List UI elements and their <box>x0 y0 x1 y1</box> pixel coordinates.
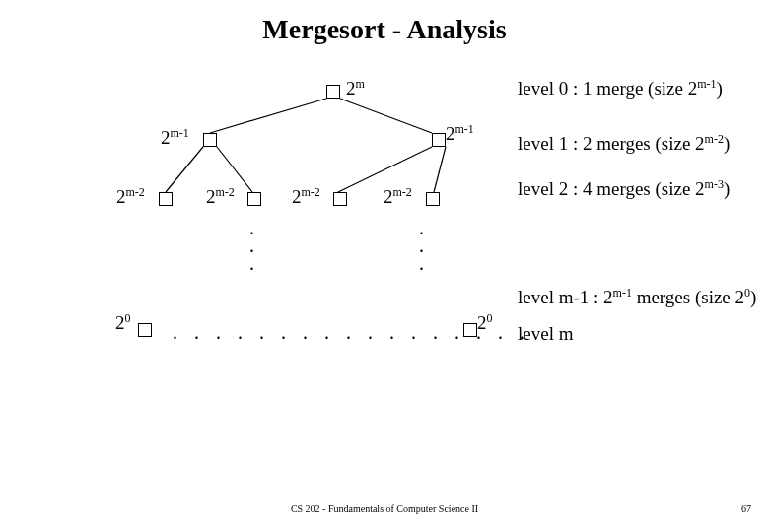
tree-node-l2-a <box>159 192 173 206</box>
tree-node-l2-b <box>247 192 261 206</box>
tree-node-leaf-left <box>138 323 152 337</box>
root-label: 2m <box>346 77 365 100</box>
footer-text: CS 202 - Fundamentals of Computer Scienc… <box>0 503 769 514</box>
l1-right-label: 2m-1 <box>446 122 474 145</box>
l2-d-label: 2m-2 <box>384 185 412 208</box>
vdots-right: ... <box>419 219 424 272</box>
tree-node-l2-d <box>426 192 440 206</box>
diagram-canvas: 2m 2m-1 2m-1 2m-2 2m-2 2m-2 2m-2 ... ...… <box>0 0 769 532</box>
svg-line-2 <box>166 147 203 192</box>
vdots-left: ... <box>249 219 254 272</box>
svg-line-1 <box>340 99 432 133</box>
leaf-left-label: 20 <box>115 311 131 334</box>
tree-node-root <box>326 85 340 99</box>
l1-left-label: 2m-1 <box>161 126 189 149</box>
annotation-level2: level 2 : 4 merges (size 2m-3) <box>518 177 730 200</box>
tree-node-l1-right <box>432 133 446 147</box>
annotation-levelm1: level m-1 : 2m-1 merges (size 20) <box>518 286 756 308</box>
page-number: 67 <box>741 503 751 514</box>
hdots-leaves: . . . . . . . . . . . . . . . . . <box>173 321 530 344</box>
annotation-level0: level 0 : 1 merge (size 2m-1) <box>518 77 723 100</box>
annotation-level1: level 1 : 2 merges (size 2m-2) <box>518 132 730 155</box>
annotation-levelm: level m <box>518 323 573 345</box>
tree-node-l2-c <box>333 192 347 206</box>
l2-b-label: 2m-2 <box>206 185 235 208</box>
tree-node-l1-left <box>203 133 217 147</box>
svg-line-0 <box>210 99 326 133</box>
l2-c-label: 2m-2 <box>292 185 320 208</box>
l2-a-label: 2m-2 <box>116 185 145 208</box>
svg-line-5 <box>434 147 446 192</box>
